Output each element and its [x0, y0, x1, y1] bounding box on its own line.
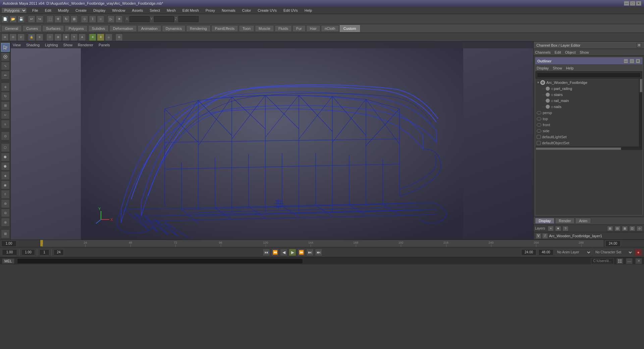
tree-item-part-railing[interactable]: — o part_railing	[535, 86, 642, 92]
select-by-object[interactable]: O	[9, 34, 17, 41]
menu-proxy[interactable]: Proxy	[204, 8, 216, 13]
menu-select[interactable]: Select	[148, 8, 161, 13]
custom-tool-2[interactable]: ⬢	[1, 153, 10, 161]
step-back-button[interactable]: ⏪	[271, 249, 279, 256]
grid-tool[interactable]: ⊞	[1, 230, 10, 238]
custom-tool-7[interactable]: ⊜	[1, 199, 10, 208]
cbm-object[interactable]: Object	[565, 50, 576, 54]
lasso-tool[interactable]: ∿	[1, 62, 10, 70]
snap-point-button[interactable]: ○	[97, 15, 104, 23]
layer-template-toggle[interactable]: /	[542, 233, 548, 239]
tree-item-arc-wooden-footbridge[interactable]: ▼ Arc_Wooden_Footbridge	[535, 80, 642, 86]
redo-button[interactable]: ↪	[36, 15, 43, 23]
sculpt-tool[interactable]: ✏	[1, 71, 10, 80]
lighting-default[interactable]: ☼	[105, 34, 112, 41]
om-help[interactable]: Help	[566, 66, 574, 70]
display-both[interactable]: ⊞	[62, 34, 70, 41]
transform-constraint[interactable]: 🔒	[28, 34, 35, 41]
tree-item-rail-main[interactable]: — o rail_main	[535, 98, 642, 104]
custom-tool-9[interactable]: ⊛	[1, 218, 10, 227]
tab-general[interactable]: General	[1, 25, 22, 32]
tab-polygons[interactable]: Polygons	[65, 25, 87, 32]
move-tool-button[interactable]: ✛	[54, 15, 62, 23]
tab-muscle[interactable]: Muscle	[255, 25, 274, 32]
tab-render[interactable]: Render	[555, 218, 575, 224]
universal-manipulator[interactable]: U	[1, 111, 10, 119]
display-ambient-occlusion[interactable]: A	[78, 34, 86, 41]
menu-help[interactable]: Help	[303, 8, 314, 13]
tab-toon[interactable]: Toon	[239, 25, 254, 32]
menu-edit-mesh[interactable]: Edit Mesh	[181, 8, 200, 13]
menu-create[interactable]: Create	[74, 8, 88, 13]
menu-edit[interactable]: Edit	[44, 8, 53, 13]
play-back-button[interactable]: ◀	[280, 249, 287, 256]
select-tool-button[interactable]: ⬚	[46, 15, 54, 23]
maximize-button[interactable]: □	[630, 1, 635, 6]
x-field[interactable]	[129, 16, 150, 22]
menu-color[interactable]: Color	[241, 8, 252, 13]
range-end-field-2[interactable]	[538, 249, 553, 255]
tree-item-front[interactable]: front	[535, 122, 642, 128]
tree-item-default-light-set[interactable]: defaultLightSet	[535, 134, 642, 140]
custom-tool-8[interactable]: ⊝	[1, 209, 10, 217]
tree-item-persp[interactable]: persp	[535, 110, 642, 116]
mel-input[interactable]	[17, 258, 303, 264]
anim-layer-select[interactable]: No Anim Layer	[555, 249, 592, 255]
tree-item-stairs[interactable]: — o stairs	[535, 92, 642, 98]
play-forward-button[interactable]: ▶	[289, 249, 296, 256]
layer-new[interactable]: +	[548, 226, 554, 231]
custom-tool-3[interactable]: ⬟	[1, 162, 10, 171]
tab-fur[interactable]: Fur	[292, 25, 306, 32]
scale-tool-button[interactable]: ⊞	[70, 15, 78, 23]
timeline-start-frame[interactable]	[1, 241, 16, 247]
z-field[interactable]	[178, 16, 199, 22]
range-start-field[interactable]	[39, 249, 49, 255]
paint-select-tool[interactable]	[1, 52, 10, 61]
char-set-select[interactable]: No Character Set	[593, 249, 633, 255]
tab-hair[interactable]: Hair	[306, 25, 320, 32]
tab-animation[interactable]: Animation	[138, 25, 161, 32]
select-tool-left[interactable]	[1, 43, 10, 52]
display-shaded[interactable]: □	[46, 34, 54, 41]
custom-tool-6[interactable]: ◊	[1, 190, 10, 199]
vp-menu-renderer[interactable]: Renderer	[78, 43, 93, 47]
range-playhead-field[interactable]	[54, 249, 64, 255]
menu-file[interactable]: File	[31, 8, 40, 13]
menu-edit-uvs[interactable]: Edit UVs	[282, 8, 299, 13]
menu-assets[interactable]: Assets	[130, 8, 144, 13]
select-by-component[interactable]: C	[17, 34, 25, 41]
tab-curves[interactable]: Curves	[22, 25, 42, 32]
auto-key-button[interactable]: ●	[635, 249, 642, 256]
snap-curve-button[interactable]: ⌇	[89, 15, 96, 23]
frame-step-field[interactable]	[21, 249, 35, 255]
new-file-button[interactable]: 📄	[1, 15, 9, 23]
outliner-scrollbar-vertical[interactable]	[639, 79, 642, 147]
tab-painteffects[interactable]: PaintEffects	[211, 25, 238, 32]
channel-box-settings[interactable]: ⚙	[637, 43, 641, 48]
step-forward-button[interactable]: ⏭	[306, 249, 314, 256]
close-button[interactable]: ✕	[636, 1, 641, 6]
tree-item-default-object-set[interactable]: defaultObjectSet	[535, 140, 642, 146]
custom-tool-4[interactable]: ◈	[1, 171, 10, 180]
cbm-show[interactable]: Show	[580, 50, 589, 54]
outliner-maximize[interactable]: □	[630, 59, 634, 63]
cbm-channels[interactable]: Channels	[535, 50, 550, 54]
layer-visibility-toggle[interactable]: V	[536, 233, 541, 239]
tab-custom[interactable]: Custom	[340, 25, 360, 32]
rotate-tool-left[interactable]: ↻	[1, 92, 10, 101]
show-manipulator-tool[interactable]: ⊙	[1, 132, 10, 140]
vp-menu-lighting[interactable]: Lighting	[45, 43, 58, 47]
layer-btn-1[interactable]: ⊞	[607, 226, 613, 231]
cbm-edit[interactable]: Edit	[554, 50, 561, 54]
minimize-button[interactable]: —	[624, 1, 629, 6]
range-end-field-1[interactable]	[521, 249, 536, 255]
layer-btn-5[interactable]: ⊹	[637, 226, 643, 231]
undo-button[interactable]: ↩	[28, 15, 35, 23]
mode-selector[interactable]: Polygons	[1, 7, 27, 13]
tree-item-side[interactable]: side	[535, 128, 642, 134]
tab-rendering[interactable]: Rendering	[186, 25, 211, 32]
camera-settings[interactable]: ⊙	[115, 34, 123, 41]
layer-item[interactable]: V / Arc_Wooden_Footbridge_layer1	[534, 232, 644, 240]
custom-tool-1[interactable]: ⬡	[1, 143, 10, 152]
outliner-scrollbar-horizontal[interactable]	[535, 147, 642, 150]
